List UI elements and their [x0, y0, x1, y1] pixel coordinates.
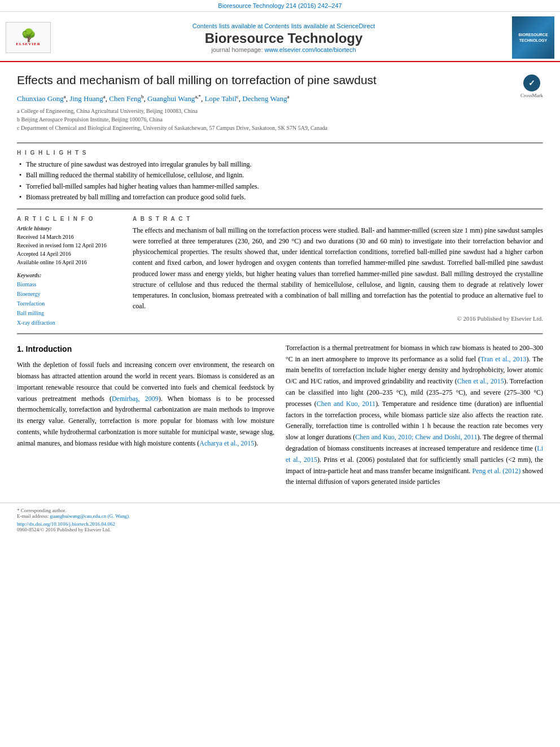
- journal-top-label: Bioresource Technology 214 (2016) 242–24…: [218, 2, 342, 9]
- affil-c: c Department of Chemical and Biological …: [17, 124, 520, 132]
- title-divider: [17, 142, 543, 144]
- article-info-col: A R T I C L E I N F O Article history: R…: [17, 216, 121, 327]
- link-chen2015[interactable]: Chen et al., 2015: [457, 377, 504, 385]
- footnote-corresponding: * Corresponding author. E-mail address: …: [17, 508, 543, 519]
- homepage-url[interactable]: www.elsevier.com/locate/biortech: [265, 46, 356, 53]
- main-content: Effects and mechanism of ball milling on…: [0, 62, 560, 503]
- article-info-label: A R T I C L E I N F O: [17, 216, 121, 222]
- crossmark-icon: ✓: [523, 75, 540, 91]
- journal-cover-image: BIORESOURCE TECHNOLOGY: [512, 16, 554, 59]
- doi-link[interactable]: http://dx.doi.org/10.1016/j.biortech.201…: [17, 521, 115, 527]
- highlight-1: The structure of pine sawdust was destro…: [19, 159, 543, 170]
- elsevier-wordmark: ELSEVIER: [16, 42, 40, 46]
- keyword-torrefaction[interactable]: Torrefaction: [17, 299, 121, 308]
- crossmark-label: CrossMark: [520, 93, 543, 98]
- abstract-label: A B S T R A C T: [133, 216, 543, 222]
- footnote-email[interactable]: guanghuiwang@cau.edu.cn (G. Wang).: [50, 513, 130, 519]
- author-chen[interactable]: Chen Feng: [109, 95, 141, 103]
- abstract-text: The effects and mechanism of ball millin…: [133, 225, 543, 312]
- history-label: Article history:: [17, 225, 121, 231]
- link-tran[interactable]: Tran et al., 2013: [480, 355, 527, 363]
- intro-col-left: 1. Introduction With the depletion of fo…: [17, 343, 274, 491]
- highlights-list: The structure of pine sawdust was destro…: [17, 159, 543, 203]
- page-footer: * Corresponding author. E-mail address: …: [0, 503, 560, 537]
- affil-b: b Beijing Aerospace Propulsion Institute…: [17, 115, 520, 124]
- article-title: Effects and mechanism of ball milling on…: [17, 72, 520, 88]
- highlights-divider: [17, 208, 543, 210]
- link-li2015[interactable]: Li et al., 2015: [286, 444, 543, 464]
- homepage-label: journal homepage:: [211, 46, 262, 53]
- link-chen-kuo2010[interactable]: Chen and Kuo, 2010; Chew and Doshi, 2011: [355, 433, 477, 441]
- journal-header-center: Contents lists available at Contents lis…: [55, 23, 512, 53]
- received-date: Received 14 March 2016 Received in revis…: [17, 233, 121, 267]
- keyword-bioenergy[interactable]: Bioenergy: [17, 289, 121, 299]
- journal-header: 🌳 ELSEVIER Contents lists available at C…: [0, 12, 560, 62]
- intro-text-right: Torrefaction is a thermal pretreatment f…: [286, 343, 543, 488]
- author-chunxiao[interactable]: Chunxiao Gong: [17, 95, 64, 103]
- abstract-col: A B S T R A C T The effects and mechanis…: [133, 216, 543, 327]
- affiliations: a College of Engineering, China Agricult…: [17, 107, 520, 132]
- keyword-xray[interactable]: X-ray diffraction: [17, 318, 121, 327]
- introduction-section: 1. Introduction With the depletion of fo…: [17, 343, 543, 491]
- author-guanghui[interactable]: Guanghui Wang: [147, 95, 195, 103]
- highlight-2: Ball milling reduced the thermal stabili…: [19, 170, 543, 181]
- author-jing[interactable]: Jing Huang: [69, 95, 103, 103]
- elsevier-branding: 🌳 ELSEVIER: [0, 22, 55, 53]
- affil-a: a College of Engineering, China Agricult…: [17, 107, 520, 115]
- elsevier-logo: 🌳 ELSEVIER: [6, 22, 51, 53]
- journal-homepage: journal homepage: www.elsevier.com/locat…: [55, 46, 512, 53]
- intro-heading: 1. Introduction: [17, 343, 274, 355]
- link-chen-kuo2011[interactable]: Chen and Kuo, 2011: [317, 400, 375, 408]
- crossmark-badge[interactable]: ✓ CrossMark: [520, 75, 543, 98]
- title-area: Effects and mechanism of ball milling on…: [17, 72, 520, 137]
- link-acharya[interactable]: Acharya et al., 2015: [199, 439, 254, 447]
- keywords-list: Biomass Bioenergy Torrefaction Ball mill…: [17, 279, 121, 327]
- sciencedirect-notice: Contents lists available at Contents lis…: [55, 23, 512, 29]
- info-abstract-section: A R T I C L E I N F O Article history: R…: [17, 216, 543, 327]
- keywords-label: Keywords:: [17, 272, 121, 278]
- copyright: © 2016 Published by Elsevier Ltd.: [133, 315, 543, 322]
- keyword-ball-milling[interactable]: Ball milling: [17, 308, 121, 318]
- title-row: Effects and mechanism of ball milling on…: [17, 72, 543, 137]
- journal-cover: BIORESOURCE TECHNOLOGY: [512, 16, 560, 59]
- abstract-divider: [17, 333, 543, 335]
- link-peng2012[interactable]: Peng et al. (2012): [472, 467, 520, 475]
- authors-line: Chunxiao Gonga, Jing Huanga, Chen Fengb,…: [17, 93, 520, 104]
- highlight-3: Torrefied ball-milled samples had higher…: [19, 181, 543, 192]
- keyword-biomass[interactable]: Biomass: [17, 279, 121, 289]
- intro-col-right: Torrefaction is a thermal pretreatment f…: [286, 343, 543, 491]
- footer-issn: 0960-8524/© 2016 Published by Elsevier L…: [17, 527, 543, 532]
- author-decheng[interactable]: Decheng Wang: [242, 95, 287, 103]
- elsevier-tree-icon: 🌳: [21, 29, 36, 42]
- cover-text: BIORESOURCE TECHNOLOGY: [514, 32, 552, 42]
- footer-doi: http://dx.doi.org/10.1016/j.biortech.201…: [17, 521, 543, 527]
- link-demirbas[interactable]: Demirbaş, 2009: [112, 395, 159, 403]
- highlight-4: Biomass pretreated by ball milling and t…: [19, 192, 543, 203]
- sciencedirect-link[interactable]: Contents lists available at ScienceDirec…: [265, 23, 375, 29]
- intro-text-left: With the depletion of fossil fuels and i…: [17, 360, 274, 449]
- highlights-label: H I G H L I G H T S: [17, 150, 543, 156]
- journal-title: Bioresource Technology: [55, 30, 512, 46]
- author-lope[interactable]: Lope Tabil: [205, 95, 237, 103]
